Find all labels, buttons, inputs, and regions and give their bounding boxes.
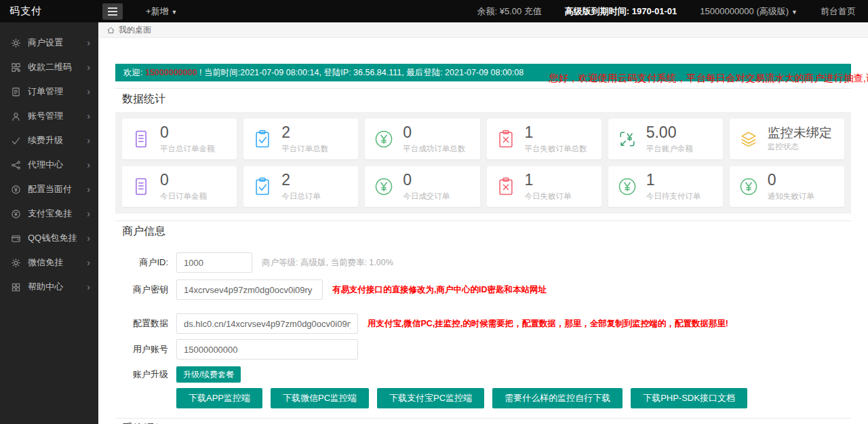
stats-section: 数据统计 0平台总订单金额 2平台订单总数 0平台成功订单总数 1平台失败订单总… [115, 88, 851, 214]
chevron-right-icon: › [87, 208, 90, 219]
yen-circle-icon [738, 176, 760, 197]
sidebar-item-wechat[interactable]: 微信免挂› [0, 250, 98, 275]
stat-card-today-success-orders: 0今日成交订单 [365, 166, 479, 207]
stat-label: 平台订单总数 [281, 144, 328, 154]
stat-card-platform-failed-orders: 1平台失败订单总数 [487, 119, 601, 159]
top-header: 码支付 +新增▼ 余额: ¥5.00 充值 高级版到期时间: 1970-01-0… [0, 0, 868, 22]
sidebar-item-account[interactable]: 账号管理› [0, 104, 98, 128]
yen-circle-icon [373, 176, 395, 197]
chevron-right-icon: › [87, 135, 90, 146]
stat-card-platform-success-orders: 0平台成功订单总数 [365, 119, 479, 159]
file-icon [130, 176, 152, 197]
config-data-input[interactable] [176, 313, 358, 334]
gear-icon [11, 258, 21, 268]
upgrade-renew-button[interactable]: 升级/续费套餐 [176, 366, 241, 383]
hamburger-menu-icon[interactable] [102, 3, 123, 20]
sidebar-item-orders[interactable]: 订单管理› [0, 79, 98, 104]
home-icon [106, 26, 115, 35]
merchant-level-note: 商户等级: 高级版, 当前费率: 1.00% [262, 257, 393, 269]
stat-card-monitor-status: 监控未绑定监控状态 [730, 119, 844, 159]
stat-value: 2 [281, 172, 321, 189]
stat-label: 平台成功订单总数 [403, 144, 465, 154]
account-dropdown[interactable]: 15000000000 (高级版)▼ [700, 5, 797, 18]
welcome-username: 15000000000 [145, 68, 197, 77]
chevron-down-icon: ▼ [172, 9, 178, 16]
stat-value: 2 [281, 124, 328, 141]
download-app-monitor-button[interactable]: 下载APP监控端 [176, 388, 262, 408]
download-custom-monitor-button[interactable]: 需要什么样的监控自行下载 [492, 388, 623, 408]
config-data-label: 配置数据 [115, 317, 168, 330]
share-icon [11, 160, 21, 170]
chevron-down-icon: ▼ [791, 9, 797, 16]
chevron-right-icon: › [87, 184, 90, 195]
merchant-key-label: 商户密钥 [115, 284, 168, 296]
gear-icon [11, 38, 21, 48]
sidebar-item-qq-wallet[interactable]: QQ钱包免挂› [0, 226, 98, 250]
sidebar-item-renew-upgrade[interactable]: 续费升级› [0, 128, 98, 153]
stat-card-today-pending-orders: 1今日待支付订单 [608, 166, 723, 207]
stats-cards: 0平台总订单金额 2平台订单总数 0平台成功订单总数 1平台失败订单总数 5.0… [115, 112, 851, 214]
stat-label: 平台账户余额 [646, 144, 693, 154]
front-home-link[interactable]: 前台首页 [821, 5, 856, 18]
stat-value: 5.00 [646, 124, 693, 141]
stat-label: 今日待支付订单 [646, 191, 701, 201]
stat-label: 今日总订单 [281, 191, 321, 201]
merchant-section: 商户信息 商户ID: 商户等级: 高级版, 当前费率: 1.00% 商户密钥 有… [115, 220, 851, 411]
welcome-prefix: 欢迎: [123, 68, 145, 77]
stat-value: 0 [403, 172, 450, 189]
recharge-link[interactable]: 充值 [524, 6, 542, 16]
check-icon [11, 136, 21, 146]
stat-value: 0 [160, 172, 207, 189]
stat-card-today-failed-orders: 1今日失败订单 [487, 166, 601, 207]
download-php-sdk-button[interactable]: 下载PHP-SDK接口文档 [631, 388, 747, 408]
merchant-title: 商户信息 [122, 225, 851, 239]
download-wechat-pc-monitor-button[interactable]: 下载微信PC监控端 [271, 388, 369, 408]
stat-card-notify-failed-orders: 0通知失败订单 [730, 166, 844, 207]
stat-value: 监控未绑定 [768, 126, 832, 140]
sidebar-item-alipay[interactable]: 支付宝免挂› [0, 201, 98, 226]
stat-label: 平台总订单金额 [160, 144, 215, 154]
wallet-icon [11, 233, 21, 244]
yen-circle-icon [373, 128, 395, 150]
announcement-marquee: 您好，欢迎使用云码支付系统，平台每日会对交易流水大的商户进行抽查,请将 [549, 72, 868, 85]
yen-exchange-icon [616, 128, 638, 150]
account-upgrade-label: 账户升级 [115, 368, 168, 381]
chevron-right-icon: › [87, 257, 90, 268]
welcome-suffix: ! 当前时间:2021-07-09 08:00:14, 登陆IP: 36.56.… [197, 68, 524, 77]
sidebar-item-agent-center[interactable]: 代理中心› [0, 153, 98, 177]
expire-info: 高级版到期时间: 1970-01-01 [565, 5, 677, 18]
user-icon [11, 111, 21, 121]
stat-label: 今日成交订单 [403, 191, 450, 201]
config-data-note: 用支付宝,微信PC,挂监控,的时候需要把，配置数据，那里，全部复制到监控端的，配… [368, 318, 728, 330]
stat-card-platform-total-amount: 0平台总订单金额 [122, 119, 237, 159]
chevron-right-icon: › [87, 159, 90, 170]
clipboard-check-icon [252, 128, 273, 150]
stat-value: 0 [160, 124, 215, 141]
yen-circle-icon [616, 176, 638, 197]
coin-icon [11, 185, 21, 195]
sidebar-item-qrcode[interactable]: 收款二维码› [0, 55, 98, 79]
stat-card-platform-balance: 5.00平台账户余额 [608, 119, 723, 159]
download-alipay-pc-monitor-button[interactable]: 下载支付宝PC监控端 [377, 388, 484, 408]
chevron-right-icon: › [87, 86, 90, 97]
sidebar: 商户设置› 收款二维码› 订单管理› 账号管理› 续费升级› 代理中心› 配置当… [0, 22, 98, 424]
sidebar-item-merchant-settings[interactable]: 商户设置› [0, 31, 98, 55]
merchant-id-input[interactable] [176, 252, 252, 273]
sidebar-item-face-pay[interactable]: 配置当面付› [0, 177, 98, 201]
chevron-right-icon: › [87, 233, 90, 244]
merchant-id-label: 商户ID: [115, 256, 168, 269]
stat-value: 0 [403, 124, 465, 141]
add-dropdown[interactable]: +新增▼ [146, 5, 178, 18]
sidebar-item-help-center[interactable]: 帮助中心› [0, 275, 98, 299]
add-dropdown-label: +新增 [146, 6, 169, 16]
stat-card-today-amount: 0今日订单金额 [122, 166, 237, 207]
balance-recharge[interactable]: 余额: ¥5.00 充值 [477, 5, 541, 18]
user-account-input[interactable] [176, 339, 358, 360]
merchant-key-note: 有易支付接口的直接修改为,商户中心的ID密匙和本站网址 [332, 284, 547, 296]
stat-value: 1 [525, 124, 587, 141]
merchant-key-input[interactable] [176, 280, 323, 300]
stat-card-today-total-orders: 2今日总订单 [243, 166, 358, 207]
breadcrumb-desktop[interactable]: 我的桌面 [119, 24, 151, 36]
stat-label: 平台失败订单总数 [525, 144, 587, 154]
balance-label: 余额: ¥5.00 [477, 6, 521, 16]
